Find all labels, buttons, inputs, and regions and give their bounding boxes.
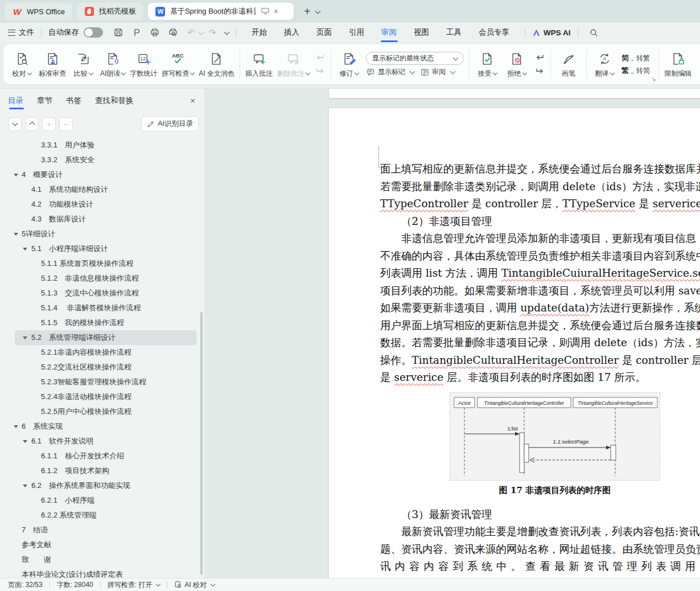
toc-item[interactable]: 5.2 系统管理端详细设计 [15, 330, 196, 345]
toc-item[interactable]: 6.1.2 项目技术架构 [0, 463, 200, 478]
ai-read-aloud-button[interactable]: AI朗读 [98, 50, 127, 80]
toc-item[interactable]: 5.1.3 交流中心模块操作流程 [0, 286, 200, 301]
tab-home[interactable]: 开始 [250, 23, 268, 42]
simplified-to-traditional-button[interactable]: 简→ 转繁 [621, 52, 650, 64]
tab-list-chevron-icon[interactable] [315, 8, 320, 14]
file-menu[interactable]: 文件 [8, 27, 34, 38]
ai-polish-button[interactable]: AI 全文润色 [196, 50, 237, 80]
toc-item-label: 5.2.1非遗内容模块操作流程 [41, 348, 131, 356]
toc-item[interactable]: 5.1.4 非遗解答模块操作流程 [0, 301, 200, 315]
save-icon[interactable] [111, 26, 126, 39]
collapse-arrow-icon[interactable] [14, 233, 18, 236]
tab-insert[interactable]: 插入 [283, 23, 300, 42]
ai-proofread-button[interactable]: AI 校对 [174, 580, 215, 590]
traditional-to-simplified-button[interactable]: 繁→ 转简 [621, 65, 650, 76]
wps-ai-button[interactable]: WPS AI [532, 28, 571, 37]
toc-item[interactable]: 6.1 软件开发说明 [0, 434, 200, 449]
document-tab[interactable]: W 基于Spring Boot的非遗科普 × [148, 3, 294, 20]
toc-item[interactable]: 6.1.1 核心开发技术介绍 [0, 449, 200, 463]
toc-item[interactable]: 3.3.1 用户体验 [0, 138, 200, 153]
toc-item[interactable]: 4 概要设计 [0, 167, 200, 182]
tab-tools[interactable]: 工具 [445, 23, 463, 42]
ai-recognize-toc-button[interactable]: AI识别目录 [141, 116, 199, 132]
sidebar-tab-find-replace[interactable]: 查找和替换 [95, 96, 134, 110]
autosave-toggle[interactable] [84, 27, 103, 38]
toc-item[interactable]: 4.3 数据库设计 [0, 212, 200, 227]
word-count-button[interactable]: 12 字数统计 [127, 50, 159, 80]
previous-revision-button[interactable] [533, 52, 546, 63]
toc-item[interactable]: 致 谢 [0, 552, 200, 567]
sidebar-close-icon[interactable]: × [190, 96, 195, 105]
divider [41, 28, 42, 37]
show-markup-button[interactable]: 显示标记 [366, 67, 414, 77]
spell-check-button[interactable]: ABC 拼写检查 [159, 50, 196, 80]
document-page[interactable]: 面上填写相应的更新信息并提交，系统便会通过后台服务连接数据库并更新相关若需要批量… [329, 108, 700, 578]
quick-access-chevron-icon[interactable] [224, 29, 230, 35]
toc-item[interactable]: 5.1 小程序端详细设计 [0, 241, 200, 256]
collapse-arrow-icon[interactable] [14, 425, 18, 428]
sidebar-tab-chapters[interactable]: 章节 [37, 96, 52, 110]
collapse-arrow-icon[interactable] [23, 248, 27, 251]
tab-view[interactable]: 视图 [413, 23, 430, 42]
compare-button[interactable]: 比较 [68, 50, 98, 80]
toc-item[interactable]: 5.2.1非遗内容模块操作流程 [0, 345, 200, 360]
toc-item[interactable]: 本科毕业论文(设计)成绩评定表 [0, 567, 200, 578]
insert-comment-button[interactable]: 插入批注 [243, 50, 275, 80]
collapse-up-button[interactable] [25, 117, 39, 131]
proofread-button[interactable]: 校对 [7, 50, 36, 80]
review-pane-button[interactable]: 审阅 [420, 67, 455, 77]
toc-item[interactable]: 5.1.1 系统首页模块操作流程 [0, 256, 200, 271]
toc-item[interactable]: 5.2.3智能客服管理模块操作流程 [0, 375, 200, 389]
toc-item[interactable]: 5.2.4非遗活动模块操作流程 [0, 389, 200, 404]
collapse-arrow-icon[interactable] [23, 336, 27, 339]
toc-item[interactable]: 7 结语 [0, 523, 200, 537]
sidebar-tab-contents[interactable]: 目录 [8, 96, 23, 110]
sequence-diagram-figure[interactable]: ActorTIntangibleCulturalHeritageControll… [450, 392, 660, 481]
markup-state-select[interactable]: 显示标记的最终状态 [366, 52, 464, 65]
close-tab-icon[interactable]: × [274, 7, 278, 16]
toc-item[interactable]: 5.2.5用户中心模块操作流程 [0, 404, 200, 419]
accept-revision-button[interactable]: 接受 [472, 50, 502, 80]
print-icon[interactable] [147, 26, 162, 39]
word-count-indicator[interactable]: 字数: 28040 [57, 580, 93, 590]
toc-item[interactable]: 6 系统实现 [0, 419, 200, 434]
toc-item[interactable]: 5.1.2 非遗信息模块操作流程 [0, 271, 200, 286]
export-pdf-icon[interactable] [129, 26, 144, 39]
restrict-editing-button[interactable]: 限制编辑 [662, 50, 694, 80]
toc-item[interactable]: 5详细设计 [0, 227, 200, 241]
toc-item[interactable]: 5.2.2交流社区模块操作流程 [0, 360, 200, 375]
standard-review-button[interactable]: 标准审查 [36, 50, 68, 80]
print-preview-icon[interactable] [166, 26, 180, 39]
toc-item[interactable]: 4.1 系统功能结构设计 [0, 182, 200, 197]
ink-pen-button[interactable]: 画笔 [554, 50, 583, 80]
translate-button[interactable]: A 翻译 [590, 50, 619, 80]
wps-home-tab[interactable]: W WPS Office [5, 3, 72, 20]
new-tab-button[interactable]: + [304, 6, 311, 17]
toc-item[interactable]: 6.2 操作系统界面和功能实现 [0, 478, 200, 493]
toc-item[interactable]: 3.3.2 系统安全 [0, 153, 200, 167]
template-store-tab[interactable]: 找稻壳模板 [77, 3, 143, 20]
next-revision-button[interactable] [533, 66, 546, 76]
expand-down-button[interactable] [8, 117, 22, 131]
sidebar-scrollbar[interactable] [200, 312, 203, 575]
collapse-arrow-icon[interactable] [23, 440, 27, 443]
collapse-arrow-icon[interactable] [14, 174, 18, 177]
toc-item[interactable]: 5.1.5 我的模块操作流程 [0, 315, 200, 330]
dialog-launcher-icon[interactable]: ↘ [651, 76, 656, 82]
collapse-arrow-icon[interactable] [23, 485, 27, 487]
toc-item[interactable]: 6.2.1 小程序端 [0, 493, 200, 508]
reject-revision-button[interactable]: 拒绝 [502, 50, 532, 80]
tab-review[interactable]: 审阅 [380, 23, 398, 42]
tab-member[interactable]: 会员专享 [477, 23, 510, 42]
tab-page[interactable]: 页面 [315, 23, 333, 42]
search-icon[interactable] [587, 26, 602, 39]
toc-item[interactable]: 参考文献 [0, 537, 200, 552]
tab-reference[interactable]: 引用 [348, 23, 365, 42]
toc-item[interactable]: 4.2 功能模块设计 [0, 197, 200, 212]
toc-item[interactable]: 6.2.2 系统管理端 [0, 508, 200, 523]
track-changes-button[interactable]: 修订 [334, 50, 364, 80]
spellcheck-status-button[interactable]: 拼写检查: 打开 [108, 580, 160, 590]
page-indicator[interactable]: 页面: 32/53 [8, 580, 43, 590]
multi-window-icon[interactable] [261, 7, 269, 16]
sidebar-tab-bookmarks[interactable]: 书签 [66, 96, 81, 110]
